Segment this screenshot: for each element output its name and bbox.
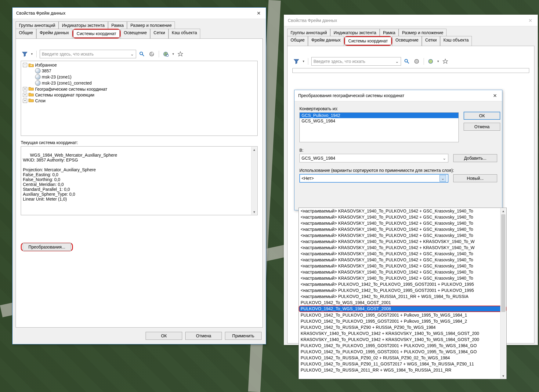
tab-annotation-groups[interactable]: Группы аннотаций <box>287 29 330 36</box>
dropdown-item[interactable]: <настраиваемый> PULKOVO_1942_To_PULKOVO_… <box>299 287 506 293</box>
dropdown-item[interactable]: <настраиваемый> KRASOVSKY_1940_To_PULKOV… <box>299 251 506 257</box>
convert-to-combo[interactable]: GCS_WGS_1984 ⌄ <box>299 154 448 162</box>
tree-item[interactable]: msk-23 (zone1) <box>42 74 71 79</box>
scroll-thumb[interactable] <box>501 214 505 312</box>
tab-grids[interactable]: Сетки <box>422 36 440 46</box>
list-item[interactable]: GCS_WGS_1984 <box>300 118 458 124</box>
dropdown-caret-icon[interactable]: ▼ <box>302 60 305 63</box>
globe-add-icon[interactable] <box>427 57 435 65</box>
tree-folder[interactable]: Слои <box>35 98 45 103</box>
chevron-down-icon[interactable]: ⌄ <box>440 175 446 182</box>
spatial-filter-icon[interactable] <box>148 50 156 58</box>
dropdown-item[interactable]: <настраиваемый> KRASOVSKY_1940_To_PULKOV… <box>299 238 506 245</box>
scroll-up-icon[interactable]: ▲ <box>501 208 506 214</box>
tab-feature-cache[interactable]: Кэш объекта <box>440 36 472 46</box>
tree-item[interactable]: 3857 <box>42 68 51 73</box>
favorite-star-icon[interactable] <box>176 50 184 58</box>
dropdown-item[interactable]: <настраиваемый> KRASOVSKY_1940_To_PULKOV… <box>299 220 506 226</box>
search-input[interactable]: Введите здесь, что искать ⌄ <box>40 50 136 58</box>
tab-frame[interactable]: Рамка <box>380 29 399 36</box>
scrollbar[interactable]: ▲ ▼ <box>251 147 257 215</box>
dropdown-item[interactable]: PULKOVO_1942_To_PULKOVO_1995_GOST2001 + … <box>299 318 506 324</box>
dropdown-item[interactable]: PULKOVO_1942_To_PULKOVO_1995_GOST2001 + … <box>299 312 506 318</box>
favorite-star-icon[interactable] <box>441 57 449 65</box>
current-cs-text[interactable]: WGS_1984_Web_Mercator_Auxiliary_Sphere W… <box>21 146 258 215</box>
expand-toggle[interactable]: + <box>23 93 27 97</box>
tree-item[interactable]: msk-23 (zone1)_corrected <box>42 81 92 85</box>
dropdown-item[interactable]: <настраиваемый> KRASOVSKY_1940_To_PULKOV… <box>299 263 506 269</box>
transform-dropdown-list[interactable]: ▲ ▼ <настраиваемый> KRASOVSKY_1940_To_PU… <box>298 208 507 379</box>
add-button[interactable]: Добавить... <box>453 154 497 162</box>
dropdown-caret-icon[interactable]: ▼ <box>31 53 33 56</box>
dropdown-item[interactable]: <настраиваемый> KRASOVSKY_1940_To_PULKOV… <box>299 208 506 214</box>
ok-button[interactable]: ОК <box>464 112 500 120</box>
transformations-button[interactable]: Преобразования... <box>23 243 71 251</box>
tab-frame[interactable]: Рамка <box>108 21 127 29</box>
convert-from-list[interactable]: GCS_Pulkovo_1942 GCS_WGS_1984 <box>299 112 459 142</box>
scroll-down-icon[interactable]: ▼ <box>501 373 506 379</box>
close-icon[interactable]: ✕ <box>252 9 265 17</box>
tab-illumination[interactable]: Освещение <box>392 36 422 46</box>
dropdown-item[interactable]: <настраиваемый> KRASOVSKY_1940_To_PULKOV… <box>299 214 506 220</box>
apply-button[interactable]: Применить <box>225 332 262 340</box>
expand-toggle[interactable]: + <box>23 99 27 103</box>
favorites-label[interactable]: Избранное <box>35 63 57 67</box>
dropdown-item[interactable]: <настраиваемый> KRASOVSKY_1940_To_PULKOV… <box>299 232 506 238</box>
dropdown-item[interactable]: <настраиваемый> KRASOVSKY_1940_To_PULKOV… <box>299 245 506 251</box>
filter-icon[interactable] <box>21 50 29 58</box>
tab-grids[interactable]: Сетки <box>150 29 168 38</box>
cancel-button[interactable]: Отмена <box>185 332 222 340</box>
tab-coord-systems[interactable]: Системы координат <box>73 30 119 38</box>
dropdown-item[interactable]: KRASOVSKY_1940_To_PULKOVO_1942 + KRASOVS… <box>299 330 506 336</box>
scroll-up-icon[interactable]: ▲ <box>251 147 257 152</box>
tab-extent-indicators[interactable]: Индикаторы экстента <box>330 29 380 36</box>
scrollbar[interactable]: ▲ ▼ <box>500 208 506 379</box>
dropdown-item[interactable]: PULKOVO_1942_To_RUSSIA_2011_RR + WGS_198… <box>299 367 506 373</box>
scroll-down-icon[interactable]: ▼ <box>251 209 257 215</box>
tab-illumination[interactable]: Освещение <box>121 29 150 38</box>
dropdown-item[interactable]: <настраиваемый> PULKOVO_1942_To_RUSSIA_2… <box>299 293 506 299</box>
dropdown-item[interactable]: <настраиваемый> KRASOVSKY_1940_To_PULKOV… <box>299 226 506 232</box>
expand-toggle[interactable]: + <box>23 87 27 91</box>
tab-feature-cache[interactable]: Кэш объекта <box>168 29 201 38</box>
spatial-filter-icon[interactable] <box>413 57 421 65</box>
dropdown-item[interactable]: PULKOVO_1942_To_WGS_1984_GOST_2008 <box>299 306 506 312</box>
close-icon[interactable]: ✕ <box>524 16 536 25</box>
tree-folder[interactable]: Системы координат проекции <box>35 93 94 97</box>
close-icon[interactable]: ✕ <box>489 91 501 100</box>
dropdown-item[interactable]: PULKOVO_1942_To_PULKOVO_1995_GOST2001 + … <box>299 349 506 355</box>
titlebar[interactable]: Свойства Фрейм данных ✕ <box>13 8 266 19</box>
titlebar[interactable]: Свойства Фрейм данных ✕ <box>284 15 537 26</box>
dropdown-item[interactable]: PULKOVO_1942_To_RUSSIA_PZ90_11_GOST2017 … <box>299 361 506 367</box>
filter-icon[interactable] <box>292 57 300 65</box>
dropdown-caret-icon[interactable]: ▼ <box>437 60 440 63</box>
chevron-down-icon[interactable]: ⌄ <box>130 52 134 56</box>
chevron-down-icon[interactable]: ⌄ <box>443 156 446 161</box>
tab-data-frame[interactable]: Фрейм данных <box>308 36 344 46</box>
tab-extent-indicators[interactable]: Индикаторы экстента <box>59 21 108 29</box>
ok-button[interactable]: ОК <box>146 332 182 340</box>
dropdown-item[interactable]: <настраиваемый> PULKOVO_1942_To_PULKOVO_… <box>299 281 506 287</box>
cancel-button[interactable]: Отмена <box>464 123 500 131</box>
new-button[interactable]: Новый... <box>453 174 497 182</box>
list-item[interactable]: GCS_Pulkovo_1942 <box>300 113 458 118</box>
tab-annotation-groups[interactable]: Группы аннотаций <box>16 21 59 29</box>
dropdown-item[interactable]: <настраиваемый> KRASOVSKY_1940_To_PULKOV… <box>299 257 506 263</box>
tab-coord-systems[interactable]: Системы координат <box>345 37 391 45</box>
search-icon[interactable] <box>403 57 411 65</box>
dropdown-item[interactable]: <настраиваемый> KRASOVSKY_1940_To_PULKOV… <box>299 275 506 281</box>
search-icon[interactable] <box>138 50 146 58</box>
tab-general[interactable]: Общие <box>16 29 36 38</box>
tab-data-frame[interactable]: Фрейм данных <box>36 29 72 38</box>
use-transform-combo[interactable]: <Нет> ⌄ <box>299 174 448 183</box>
dropdown-item[interactable]: PULKOVO_1942_To_PULKOVO_1995_GOST2001 + … <box>299 343 506 349</box>
dropdown-item[interactable]: PULKOVO_1942_To_WGS_1984_GOST_2001 <box>299 299 506 306</box>
tab-size-position[interactable]: Размер и положение <box>399 29 447 36</box>
titlebar[interactable]: Преобразования географической системы ко… <box>295 90 502 101</box>
chevron-down-icon[interactable]: ⌄ <box>395 59 399 64</box>
search-input[interactable]: Введите здесь, что искать ⌄ <box>311 57 401 66</box>
dropdown-caret-icon[interactable]: ▼ <box>172 53 175 56</box>
collapse-toggle[interactable]: − <box>23 63 27 67</box>
tree-folder[interactable]: Географические системы координат <box>35 87 107 92</box>
dropdown-item[interactable]: PULKOVO_1942_To_RUSSIA_PZ90 + RUSSIA_PZ9… <box>299 324 506 330</box>
